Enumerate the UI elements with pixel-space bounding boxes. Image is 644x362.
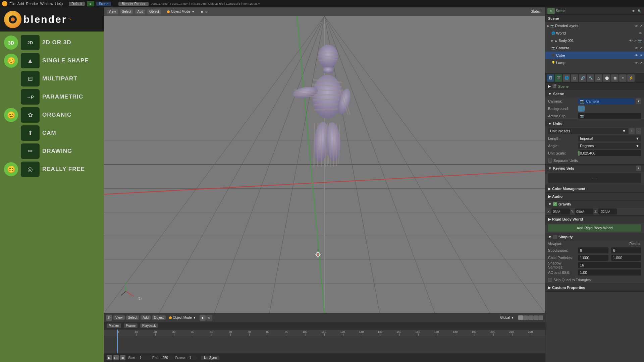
eye-icon-camera[interactable]: 👁 bbox=[635, 46, 638, 50]
gravity-checkbox[interactable]: ✓ bbox=[553, 202, 557, 206]
render-icon-body[interactable]: 📷 bbox=[638, 39, 642, 43]
outliner-item-cube[interactable]: ⬛ Cube 👁 ↗ bbox=[545, 52, 644, 59]
prop-tab-scene[interactable]: 🎬 bbox=[555, 74, 562, 82]
current-frame-input[interactable]: 1 bbox=[187, 356, 197, 360]
prop-tab-physics[interactable]: ⚡ bbox=[627, 74, 635, 82]
tl-playback-btn[interactable]: Playback bbox=[140, 323, 158, 328]
tool-item-parametric[interactable]: ↔P PARAMETRIC bbox=[3, 88, 101, 105]
end-frame-input[interactable]: 250 bbox=[160, 356, 174, 360]
tool-item-cam[interactable]: ⬆ CAM bbox=[3, 125, 101, 141]
prop-tab-modifiers[interactable]: 🔧 bbox=[587, 74, 594, 82]
step-back-btn[interactable]: ⏮ bbox=[120, 355, 125, 360]
tool-item-organic[interactable]: 😊 ✿ ORGANIC bbox=[3, 107, 101, 123]
gravity-x-field[interactable]: 0ft/s² bbox=[551, 208, 570, 215]
keying-sets-list[interactable]: — bbox=[548, 173, 641, 183]
camera-browse-btn[interactable]: ▼ bbox=[636, 98, 641, 104]
prop-tab-render[interactable]: 🖼 bbox=[547, 74, 554, 82]
prop-tab-texture[interactable]: ▦ bbox=[611, 74, 619, 82]
prop-tab-world[interactable]: 🌐 bbox=[563, 74, 570, 82]
tool-item-multipart[interactable]: ⊟ MULTIPART bbox=[3, 70, 101, 87]
menu-file[interactable]: File bbox=[9, 2, 15, 6]
play-button[interactable]: ▶ bbox=[107, 355, 112, 360]
child-particles-rnd[interactable]: 1.000 bbox=[611, 255, 642, 261]
prop-tab-data[interactable]: △ bbox=[595, 74, 602, 82]
tool-item-really-free[interactable]: 😊 ◎ REALLY FREE bbox=[3, 161, 101, 178]
cursor-icon-cube[interactable]: ↗ bbox=[639, 54, 642, 57]
cursor-icon-camera[interactable]: ↗ bbox=[639, 46, 642, 50]
viewport-object-btn[interactable]: Object bbox=[147, 9, 161, 14]
eye-icon-world[interactable]: 👁 bbox=[639, 32, 642, 35]
ao-sss-value[interactable]: 1.00 bbox=[578, 269, 641, 276]
camera-value[interactable]: 📷 Camera bbox=[578, 98, 635, 104]
color-management-header[interactable]: ▶ Color Management bbox=[545, 185, 644, 192]
child-particles-vp[interactable]: 1.000 bbox=[578, 255, 608, 261]
simplify-header[interactable]: ▼ Simplify bbox=[545, 233, 644, 241]
scene-name[interactable]: Scene bbox=[96, 2, 111, 6]
render-engine[interactable]: Blender Render bbox=[118, 2, 149, 6]
viewport-add-btn[interactable]: Add bbox=[135, 9, 145, 14]
active-clip-value[interactable]: 📷 bbox=[578, 113, 641, 119]
step-forward-btn[interactable]: ⏭ bbox=[113, 355, 119, 360]
tool-item-single-shape[interactable]: 😊 ▲ SINGLE SHAPE bbox=[3, 52, 101, 69]
layer-3[interactable] bbox=[528, 315, 533, 320]
custom-properties-header[interactable]: ▶ Custom Properties bbox=[545, 284, 644, 291]
solid-shade-btn[interactable]: ● bbox=[201, 9, 203, 14]
outliner-item-world[interactable]: 🌐 World 👁 bbox=[545, 29, 644, 37]
eye-icon-renderlayers[interactable]: 👁 bbox=[635, 24, 638, 28]
eye-icon-body[interactable]: 👁 bbox=[629, 39, 633, 43]
view-btn2[interactable]: View bbox=[113, 315, 125, 320]
tl-frame-btn[interactable]: Frame bbox=[124, 323, 138, 328]
rigid-body-header[interactable]: ▶ Rigid Body World bbox=[545, 216, 644, 223]
outliner-item-renderlayers[interactable]: ▶ 📷 RenderLayers 👁 ↗ bbox=[545, 22, 644, 29]
layer-1[interactable] bbox=[518, 315, 523, 320]
prop-tab-particles[interactable]: ✦ bbox=[619, 74, 627, 82]
prop-tab-constraints[interactable]: 🔗 bbox=[579, 74, 586, 82]
prop-tab-material[interactable]: ⬤ bbox=[603, 74, 610, 82]
tool-item-2d-3d[interactable]: 3D 2D 2D OR 3D bbox=[3, 34, 101, 51]
cursor-icon-body[interactable]: ↗ bbox=[634, 39, 637, 43]
eye-icon-cube[interactable]: 👁 bbox=[635, 54, 638, 57]
prop-tab-object[interactable]: ◻ bbox=[571, 74, 578, 82]
simplify-checkbox[interactable] bbox=[553, 235, 557, 239]
units-section-header[interactable]: ▼ Units bbox=[545, 120, 644, 127]
transform-global[interactable]: Global bbox=[529, 9, 542, 14]
wireframe-btn[interactable]: ○ bbox=[205, 9, 208, 14]
layer-2[interactable] bbox=[523, 315, 528, 320]
tl-marker-btn[interactable]: Marker bbox=[107, 323, 121, 328]
background-color-swatch[interactable] bbox=[578, 106, 585, 112]
gravity-z-field[interactable]: -32ft/s² bbox=[598, 208, 617, 215]
tool-item-drawing[interactable]: ✏ DRAWING bbox=[3, 143, 101, 160]
skip-quad-checkbox[interactable] bbox=[548, 278, 552, 282]
sync-mode-selector[interactable]: No Sync bbox=[201, 356, 219, 360]
keying-add-btn[interactable]: + bbox=[636, 166, 641, 171]
audio-header[interactable]: ▶ Audio bbox=[545, 193, 644, 200]
transform-selector[interactable]: Global ▼ bbox=[500, 316, 514, 319]
outliner-item-camera[interactable]: 📷 Camera 👁 ↗ bbox=[545, 44, 644, 52]
menu-window[interactable]: Window bbox=[40, 2, 53, 6]
add-rigid-body-btn[interactable]: Add Rigid Body World bbox=[548, 224, 641, 232]
shade-wire-btn[interactable]: ○ bbox=[206, 315, 212, 321]
layer-4[interactable] bbox=[533, 315, 538, 320]
cursor-icon-renderlayers[interactable]: ↗ bbox=[639, 24, 642, 28]
mode-selector2[interactable]: Object Mode ▼ bbox=[169, 316, 196, 319]
outliner-item-body[interactable]: ▶ ▲ Body.001 👁 ↗ 📷 bbox=[545, 37, 644, 44]
viewport-select-btn[interactable]: Select bbox=[120, 9, 133, 14]
scene-icon-btn[interactable]: S bbox=[547, 8, 555, 14]
search-icon[interactable]: 🔍 bbox=[637, 8, 642, 14]
cursor-icon-lamp[interactable]: ↗ bbox=[639, 61, 642, 65]
object-btn2[interactable]: Object bbox=[152, 315, 166, 320]
menu-help[interactable]: Help bbox=[55, 2, 63, 6]
shade-solid-btn[interactable]: ● bbox=[200, 315, 206, 321]
keying-sets-header[interactable]: ▼ Keying Sets + bbox=[545, 165, 644, 172]
screen-layout[interactable]: Default bbox=[69, 2, 85, 6]
gravity-y-field[interactable]: 0ft/s² bbox=[575, 208, 593, 215]
gravity-header[interactable]: ▼ ✓ Gravity bbox=[545, 200, 644, 208]
unit-presets-add-btn[interactable]: + bbox=[629, 128, 635, 134]
unit-presets-remove-btn[interactable]: - bbox=[636, 128, 641, 134]
view-icon[interactable]: 👁 bbox=[631, 8, 636, 14]
unit-scale-slider[interactable]: 0.025400 bbox=[578, 150, 641, 156]
length-dropdown[interactable]: Imperial ▼ bbox=[578, 135, 641, 141]
subdivision-vp-value[interactable]: 6 bbox=[578, 247, 608, 253]
timeline-content[interactable] bbox=[104, 336, 545, 353]
eye-icon-lamp[interactable]: 👁 bbox=[635, 61, 638, 65]
